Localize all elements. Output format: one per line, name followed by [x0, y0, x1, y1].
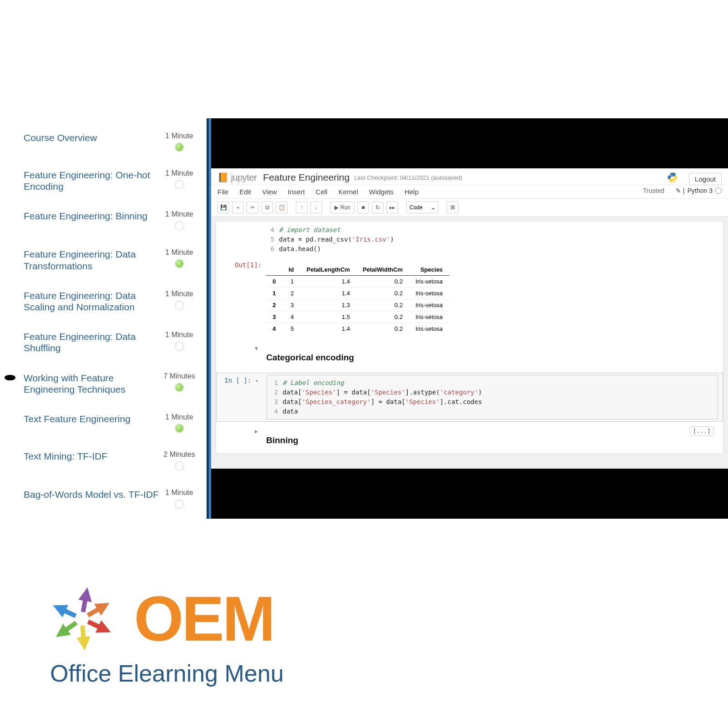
- topic-title[interactable]: Bag-of-Words Model vs. TF-IDF: [24, 489, 159, 500]
- copy-button[interactable]: ⧉: [261, 202, 273, 213]
- collapsed-indicator[interactable]: [...]: [690, 426, 714, 436]
- topic-duration: 1 Minute: [161, 132, 197, 140]
- arrows-icon: [32, 573, 132, 664]
- restart-button[interactable]: ↻: [372, 202, 384, 213]
- table-row: 341.50.2Iris-setosa: [266, 311, 449, 323]
- topic-title[interactable]: Text Feature Engineering: [24, 413, 131, 425]
- kernel-status-icon: [715, 187, 722, 194]
- course-topic[interactable]: Feature Engineering: Data Scaling and No…: [0, 284, 207, 325]
- section-heading: Categorical encoding: [266, 344, 718, 367]
- collapse-icon[interactable]: ▾: [255, 378, 258, 384]
- run-button[interactable]: ▶ Run: [330, 202, 354, 213]
- move-down-button[interactable]: ↓: [310, 202, 322, 213]
- course-topic[interactable]: Text Feature Engineering1 Minute: [0, 408, 207, 445]
- course-topic[interactable]: Course Overview1 Minute: [0, 126, 207, 164]
- sidebar-divider: [207, 118, 211, 519]
- celltype-select[interactable]: Code ⌄: [406, 202, 439, 213]
- topic-title[interactable]: Working with Feature Engineering Techniq…: [24, 372, 160, 395]
- cell-prompt: [221, 223, 266, 256]
- status-complete-icon: [175, 143, 183, 151]
- menu-widgets[interactable]: Widgets: [369, 188, 394, 196]
- cut-button[interactable]: ✂: [247, 202, 258, 213]
- table-header: [266, 264, 282, 276]
- jupyter-logo: 📙 jupyter: [217, 172, 257, 183]
- in-prompt: In [ ]: ▾: [221, 375, 267, 420]
- section-heading: Binning: [266, 427, 718, 450]
- topic-title[interactable]: Feature Engineering: One-hot Encoding: [24, 169, 160, 192]
- current-topic-marker: [5, 375, 15, 380]
- course-topic[interactable]: Working with Feature Engineering Techniq…: [0, 367, 207, 408]
- jupyter-header: 📙 jupyter Feature Engineering Last Check…: [211, 168, 728, 185]
- table-header: PetalWidthCm: [356, 264, 409, 276]
- output-dataframe: IdPetalLengthCmPetalWidthCmSpecies011.40…: [266, 264, 449, 334]
- status-complete-icon: [175, 383, 183, 391]
- topic-title[interactable]: Text Mining: TF-IDF: [24, 450, 107, 462]
- command-palette-button[interactable]: ⌘: [447, 202, 459, 213]
- out-prompt: Out[1]:: [221, 259, 266, 339]
- markdown-cell[interactable]: ▶ Binning [...]: [216, 424, 723, 454]
- table-row: 011.40.2Iris-setosa: [266, 276, 449, 288]
- course-topic[interactable]: Text Mining: TF-IDF2 Minutes: [0, 445, 207, 483]
- expand-icon[interactable]: ▶: [255, 428, 258, 435]
- topic-title[interactable]: Feature Engineering: Data Transformation…: [24, 248, 160, 271]
- topic-title[interactable]: Feature Engineering: Binning: [24, 210, 147, 222]
- trusted-indicator[interactable]: Trusted: [643, 187, 664, 194]
- table-row: 451.40.2Iris-setosa: [266, 323, 449, 335]
- menu-file[interactable]: File: [217, 188, 228, 196]
- course-topic[interactable]: Feature Engineering: Data Transformation…: [0, 243, 207, 284]
- logout-button[interactable]: Logout: [689, 173, 722, 185]
- topic-duration: 1 Minute: [161, 169, 197, 177]
- topic-duration: 7 Minutes: [161, 372, 197, 380]
- table-row: 231.30.2Iris-setosa: [266, 299, 449, 311]
- collapse-icon[interactable]: ▼: [255, 345, 258, 352]
- kernel-indicator[interactable]: ✎ | Python 3: [676, 187, 722, 194]
- status-complete-icon: [175, 424, 183, 432]
- video-player-area: 📙 jupyter Feature Engineering Last Check…: [211, 118, 728, 519]
- menu-kernel[interactable]: Kernel: [339, 188, 358, 196]
- menu-view[interactable]: View: [262, 188, 277, 196]
- course-topic[interactable]: Feature Engineering: Data Shuffling1 Min…: [0, 325, 207, 366]
- topic-duration: 1 Minute: [161, 331, 197, 339]
- menu-insert[interactable]: Insert: [288, 188, 305, 196]
- add-cell-button[interactable]: ＋: [232, 202, 244, 213]
- code-cell-active[interactable]: In [ ]: ▾ 1# Label encoding 2data['Speci…: [216, 373, 723, 422]
- restart-run-button[interactable]: ▸▸: [386, 202, 398, 213]
- course-topic[interactable]: Feature Engineering: Binning1 Minute: [0, 205, 207, 243]
- logo-text: OEM: [134, 587, 273, 651]
- topic-duration: 1 Minute: [161, 210, 197, 218]
- topic-title[interactable]: Feature Engineering: Data Scaling and No…: [24, 290, 160, 313]
- notebook-title[interactable]: Feature Engineering: [263, 172, 349, 183]
- topic-duration: 1 Minute: [161, 489, 197, 497]
- table-header: PetalLengthCm: [300, 264, 356, 276]
- menu-cell[interactable]: Cell: [316, 188, 328, 196]
- interrupt-button[interactable]: ■: [357, 202, 369, 213]
- paste-button[interactable]: 📋: [276, 202, 288, 213]
- checkpoint-text: Last Checkpoint: 04/11/2021 (autosaved): [354, 174, 462, 181]
- menu-edit[interactable]: Edit: [239, 188, 251, 196]
- menu-help[interactable]: Help: [404, 188, 419, 196]
- code-cell[interactable]: 4# import dataset 5data = pd.read_csv('I…: [216, 222, 723, 258]
- course-topic[interactable]: Feature Engineering: One-hot Encoding1 M…: [0, 164, 207, 205]
- jupyter-notebook: 📙 jupyter Feature Engineering Last Check…: [211, 168, 728, 469]
- topic-duration: 2 Minutes: [161, 450, 197, 459]
- table-row: 121.40.2Iris-setosa: [266, 288, 449, 299]
- save-button[interactable]: 💾: [217, 202, 229, 213]
- topic-title[interactable]: Course Overview: [24, 132, 97, 143]
- course-topic[interactable]: Bag-of-Words Model vs. TF-IDF1 Minute: [0, 483, 207, 519]
- status-complete-icon: [175, 259, 183, 268]
- move-up-button[interactable]: ↑: [296, 202, 308, 213]
- chevron-down-icon: ⌄: [431, 204, 435, 211]
- markdown-cell[interactable]: ▼ Categorical encoding: [216, 341, 723, 371]
- status-loading-icon: [175, 461, 184, 470]
- status-loading-icon: [175, 180, 184, 189]
- output-cell: Out[1]: IdPetalLengthCmPetalWidthCmSpeci…: [216, 258, 723, 341]
- topic-title[interactable]: Feature Engineering: Data Shuffling: [24, 331, 160, 354]
- notebook-body: 4# import dataset 5data = pd.read_csv('I…: [216, 221, 723, 454]
- topic-duration: 1 Minute: [161, 413, 197, 421]
- topic-duration: 1 Minute: [161, 290, 197, 298]
- python-icon: [667, 172, 678, 183]
- status-loading-icon: [175, 301, 184, 310]
- table-header: Id: [282, 264, 300, 276]
- course-sidebar: Course Overview1 MinuteFeature Engineeri…: [0, 118, 207, 519]
- status-loading-icon: [175, 221, 184, 230]
